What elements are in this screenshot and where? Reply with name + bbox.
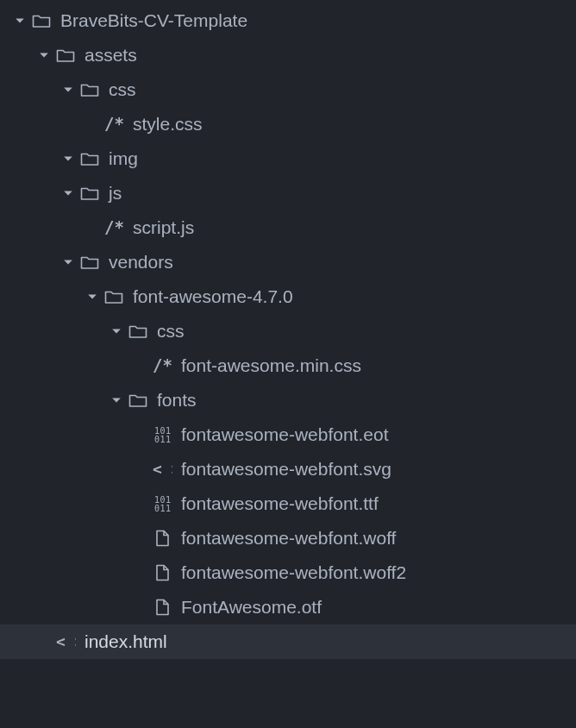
tree-label: BraveBits-CV-Template [60, 10, 576, 31]
css-file-icon: /* [152, 355, 172, 376]
tree-label: fontawesome-webfont.svg [181, 459, 576, 480]
css-file-icon: /* [103, 217, 124, 238]
folder-icon [128, 321, 148, 342]
tree-label: assets [85, 45, 576, 66]
file-icon [152, 597, 172, 618]
folder-img[interactable]: img [0, 141, 576, 176]
chevron-down-icon[interactable] [12, 16, 28, 26]
file-icon-wrap [150, 528, 174, 549]
file-font-awesome-min-css[interactable]: /*font-awesome.min.css [0, 348, 576, 383]
tree-label: js [109, 183, 576, 204]
binary-file-icon: 101011 [152, 493, 172, 514]
file-webfont-eot[interactable]: 101011fontawesome-webfont.eot [0, 417, 576, 452]
file-script-js[interactable]: /*script.js [0, 210, 576, 245]
folder-icon [55, 45, 76, 66]
tree-label: font-awesome.min.css [181, 355, 576, 376]
file-webfont-woff2[interactable]: fontawesome-webfont.woff2 [0, 555, 576, 590]
chevron-down-icon[interactable] [60, 188, 76, 198]
folder-font-awesome[interactable]: font-awesome-4.7.0 [0, 279, 576, 314]
tree-label: fontawesome-webfont.woff [181, 528, 576, 549]
code-file-icon: < > [152, 459, 172, 480]
tree-label: style.css [133, 114, 576, 135]
file-icon [152, 562, 172, 583]
svg-text:/*: /* [104, 217, 124, 236]
file-index-html[interactable]: < >index.html [0, 624, 576, 659]
binary-icon-wrap: 101011 [150, 493, 174, 514]
folder-icon-wrap [126, 321, 150, 342]
file-webfont-ttf[interactable]: 101011fontawesome-webfont.ttf [0, 486, 576, 521]
folder-js[interactable]: js [0, 176, 576, 210]
comment-icon-wrap: /* [102, 114, 126, 135]
tree-label: fontawesome-webfont.ttf [181, 493, 576, 514]
chevron-down-icon[interactable] [36, 50, 52, 60]
folder-icon [79, 79, 100, 100]
file-tree: BraveBits-CV-Templateassetscss/*style.cs… [0, 0, 576, 659]
file-icon-wrap [150, 562, 174, 583]
folder-icon-wrap [78, 79, 102, 100]
folder-fonts[interactable]: fonts [0, 383, 576, 417]
tree-label: css [109, 79, 576, 100]
chevron-down-icon[interactable] [109, 326, 124, 336]
css-file-icon: /* [103, 114, 124, 135]
tree-label: FontAwesome.otf [181, 597, 576, 618]
folder-fa-css[interactable]: css [0, 314, 576, 348]
file-fontawesome-otf[interactable]: FontAwesome.otf [0, 590, 576, 624]
svg-text:011: 011 [154, 504, 172, 513]
tree-label: font-awesome-4.7.0 [133, 286, 576, 307]
file-style-css[interactable]: /*style.css [0, 107, 576, 141]
tree-label: vendors [109, 252, 576, 273]
folder-icon-wrap [78, 183, 102, 204]
code-file-icon: < > [55, 631, 76, 652]
folder-icon-wrap [29, 10, 53, 31]
svg-text:/*: /* [104, 114, 124, 133]
folder-bravebits-cv-template[interactable]: BraveBits-CV-Template [0, 3, 576, 38]
file-icon [152, 528, 172, 549]
tree-label: img [109, 148, 576, 169]
folder-icon [128, 390, 148, 411]
svg-text:< >: < > [153, 460, 172, 478]
folder-assets[interactable]: assets [0, 38, 576, 72]
file-webfont-svg[interactable]: < >fontawesome-webfont.svg [0, 452, 576, 486]
chevron-down-icon[interactable] [109, 395, 124, 405]
folder-vendors[interactable]: vendors [0, 245, 576, 279]
folder-icon [79, 252, 100, 273]
binary-file-icon: 101011 [152, 424, 172, 445]
tree-label: index.html [85, 631, 576, 652]
svg-text:/*: /* [153, 355, 172, 374]
tree-label: script.js [133, 217, 576, 238]
folder-icon [31, 10, 52, 31]
chevron-down-icon[interactable] [60, 257, 76, 267]
comment-icon-wrap: /* [102, 217, 126, 238]
tree-label: css [157, 321, 576, 342]
file-icon-wrap [150, 597, 174, 618]
chevron-down-icon[interactable] [60, 154, 76, 164]
tree-label: fontawesome-webfont.eot [181, 424, 576, 445]
folder-icon [103, 286, 124, 307]
folder-icon-wrap [53, 45, 78, 66]
tree-label: fonts [157, 390, 576, 411]
folder-icon-wrap [78, 148, 102, 169]
folder-icon-wrap [126, 390, 150, 411]
chevron-down-icon[interactable] [60, 85, 76, 95]
file-webfont-woff[interactable]: fontawesome-webfont.woff [0, 521, 576, 555]
folder-icon [79, 183, 100, 204]
svg-text:< >: < > [56, 632, 76, 650]
folder-icon-wrap [102, 286, 126, 307]
chevron-down-icon[interactable] [85, 292, 100, 302]
folder-icon [79, 148, 100, 169]
angle-icon-wrap: < > [53, 631, 78, 652]
tree-label: fontawesome-webfont.woff2 [181, 562, 576, 583]
comment-icon-wrap: /* [150, 355, 174, 376]
folder-css[interactable]: css [0, 72, 576, 107]
binary-icon-wrap: 101011 [150, 424, 174, 445]
svg-text:011: 011 [154, 435, 172, 444]
angle-icon-wrap: < > [150, 459, 174, 480]
folder-icon-wrap [78, 252, 102, 273]
